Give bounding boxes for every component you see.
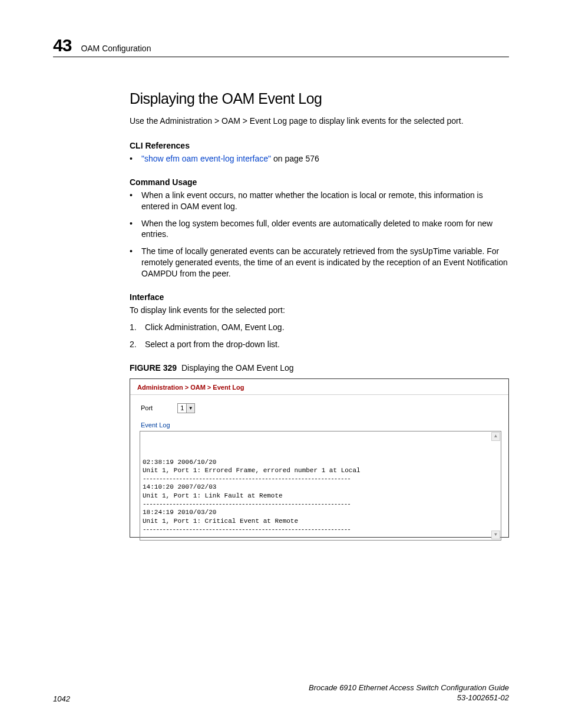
log-line: 14:10:20 2007/02/03 (143, 483, 216, 490)
chapter-title: OAM Configuration (81, 44, 151, 53)
usage-text: When the log system becomes full, older … (141, 218, 509, 241)
usage-text: When a link event occurs, no matter whet… (141, 190, 509, 212)
port-row: Port 1 ▼ (141, 403, 501, 413)
guide-title: Brocade 6910 Ethernet Access Switch Conf… (309, 683, 509, 692)
doc-number: 53-1002651-02 (457, 693, 509, 702)
port-value: 1 (178, 404, 186, 411)
interface-intro: To display link events for the selected … (130, 305, 509, 316)
page-number: 1042 (53, 694, 70, 703)
cli-list: • "show efm oam event-log interface" on … (130, 153, 509, 164)
interface-steps: 1. Click Administration, OAM, Event Log.… (130, 322, 509, 350)
bullet-icon: • (130, 246, 135, 257)
step-number: 2. (130, 339, 139, 350)
log-divider: ----------------------------------------… (143, 526, 351, 533)
chapter-number: 43 (53, 35, 71, 55)
scroll-up-icon[interactable]: ▲ (491, 432, 500, 441)
step-item: 1. Click Administration, OAM, Event Log. (130, 322, 509, 333)
log-line: 02:38:19 2006/10/20 (143, 459, 216, 466)
section-intro: Use the Administration > OAM > Event Log… (130, 116, 509, 127)
usage-item: • The time of locally generated events c… (130, 246, 509, 279)
scroll-down-icon[interactable]: ▼ (491, 531, 500, 539)
bullet-icon: • (130, 218, 135, 229)
step-item: 2. Select a port from the drop-down list… (130, 339, 509, 350)
port-label: Port (141, 404, 153, 411)
step-number: 1. (130, 322, 139, 333)
page-footer: 1042 Brocade 6910 Ethernet Access Switch… (53, 683, 509, 703)
log-line: Unit 1, Port 1: Link Fault at Remote (143, 492, 283, 499)
log-divider: ----------------------------------------… (143, 500, 351, 508)
figure-caption: FIGURE 329 Displaying the OAM Event Log (130, 363, 509, 373)
step-text: Select a port from the drop-down list. (145, 339, 280, 350)
cli-item: • "show efm oam event-log interface" on … (130, 153, 509, 164)
figure-title: Displaying the OAM Event Log (181, 363, 294, 373)
usage-item: • When the log system becomes full, olde… (130, 218, 509, 241)
chevron-down-icon: ▼ (186, 404, 194, 413)
usage-item: • When a link event occurs, no matter wh… (130, 190, 509, 212)
log-line: Unit 1, Port 1: Errored Frame, errored n… (143, 467, 361, 474)
screenshot-panel: Administration > OAM > Event Log Port 1 … (130, 378, 509, 538)
eventlog-box[interactable]: ▲ ▼ 02:38:19 2006/10/20 Unit 1, Port 1: … (140, 431, 501, 541)
log-line: Unit 1, Port 1: Critical Event at Remote (143, 518, 298, 525)
cli-link-suffix: on page 576 (271, 154, 319, 163)
log-line: 18:24:19 2010/03/20 (143, 509, 216, 516)
page-header: 43 OAM Configuration (53, 35, 509, 57)
cli-heading: CLI References (130, 141, 509, 150)
usage-heading: Command Usage (130, 177, 509, 187)
usage-list: • When a link event occurs, no matter wh… (130, 190, 509, 279)
footer-right: Brocade 6910 Ethernet Access Switch Conf… (309, 683, 509, 703)
bullet-icon: • (130, 153, 135, 164)
interface-heading: Interface (130, 292, 509, 302)
port-select[interactable]: 1 ▼ (177, 403, 195, 413)
breadcrumb: Administration > OAM > Event Log (130, 384, 508, 395)
step-text: Click Administration, OAM, Event Log. (145, 322, 285, 333)
bullet-icon: • (130, 190, 135, 201)
eventlog-label: Event Log (141, 421, 501, 429)
cli-link[interactable]: "show efm oam event-log interface" (141, 154, 271, 163)
content-area: Displaying the OAM Event Log Use the Adm… (130, 90, 509, 538)
log-divider: ----------------------------------------… (143, 475, 351, 482)
usage-text: The time of locally generated events can… (141, 246, 509, 279)
section-title: Displaying the OAM Event Log (130, 90, 509, 107)
figure-label: FIGURE 329 (130, 363, 177, 373)
